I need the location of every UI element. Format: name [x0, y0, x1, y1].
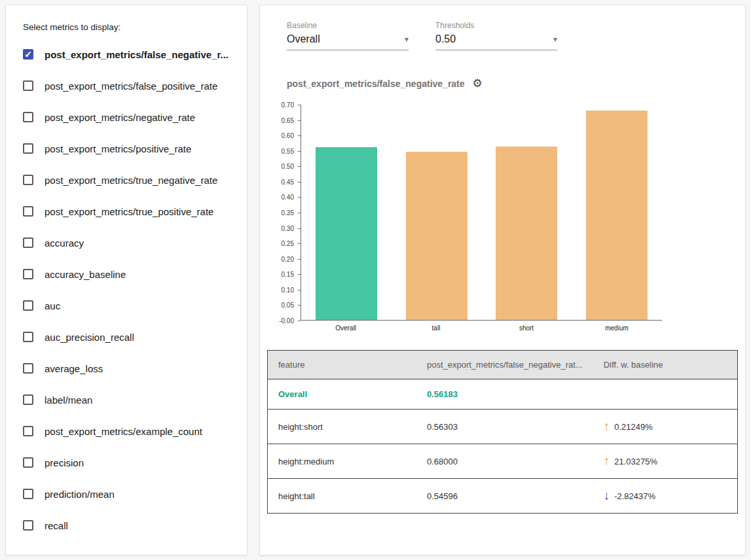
thresholds-select-value: 0.50	[435, 33, 456, 45]
bar-chart: 0.700.650.600.550.500.450.400.350.300.25…	[270, 105, 738, 321]
metric-label: accuracy_baseline	[45, 269, 126, 280]
diff-value: 0.21249%	[614, 422, 653, 432]
diff-value: 21.03275%	[614, 457, 657, 466]
metric-label: post_export_metrics/true_positive_rate	[45, 206, 213, 217]
main-panel: Baseline Overall ▾ Thresholds 0.50 ▾ pos…	[259, 5, 746, 555]
y-tick-mark	[298, 182, 301, 183]
diff-cell: ↑0.21249%	[593, 410, 738, 444]
checkbox-unchecked-icon[interactable]	[23, 143, 33, 154]
checkbox-unchecked-icon[interactable]	[23, 363, 33, 374]
metric-checkbox-row[interactable]: post_export_metrics/true_negative_rate	[22, 164, 231, 196]
gear-icon[interactable]: ⚙	[473, 77, 483, 90]
table-row[interactable]: height:short0.56303↑0.21249%	[268, 410, 738, 444]
metric-checkbox-row[interactable]: post_export_metrics/positive_rate	[22, 133, 231, 164]
metric-label: precision	[45, 457, 84, 468]
checkbox-checked-icon[interactable]: ✓	[23, 49, 33, 60]
metric-checkbox-row[interactable]: accuracy	[22, 227, 231, 258]
bar-medium[interactable]	[586, 111, 648, 320]
y-tick-label: 0.20	[282, 255, 294, 262]
metric-label: label/mean	[45, 394, 92, 406]
metric-checkbox-row[interactable]: recall	[22, 510, 231, 541]
y-tick-mark	[298, 151, 301, 152]
metric-label: recall	[45, 520, 68, 531]
y-tick-mark	[298, 321, 301, 321]
checkbox-unchecked-icon[interactable]	[23, 332, 33, 342]
metric-checkbox-row[interactable]: average_loss	[22, 353, 231, 384]
diff-value: -2.82437%	[614, 491, 655, 501]
y-tick-label: 0.55	[282, 147, 294, 154]
y-tick-label: 0.15	[282, 271, 294, 278]
thresholds-select-value-row: 0.50 ▾	[435, 33, 557, 50]
up-arrow-icon: ↑	[604, 419, 610, 433]
metric-value-cell: 0.68000	[416, 444, 593, 479]
y-tick-mark	[298, 105, 301, 105]
metric-checkbox-row[interactable]: ✓post_export_metrics/false_negative_r...	[22, 39, 231, 70]
metric-checkbox-row[interactable]: post_export_metrics/false_positive_rate	[22, 70, 231, 101]
diff-cell	[593, 379, 738, 410]
metric-label: prediction/mean	[45, 489, 115, 500]
y-tick-label: 0.30	[282, 224, 294, 232]
metric-checkbox-row[interactable]: auc	[22, 290, 231, 321]
metric-checkbox-row[interactable]: post_export_metrics/true_positive_rate	[22, 196, 231, 227]
bar-band	[482, 105, 572, 320]
table-row[interactable]: Overall0.56183	[268, 379, 738, 410]
y-tick-label: 0.45	[282, 178, 294, 185]
y-tick-label: 0.10	[282, 286, 294, 293]
checkbox-unchecked-icon[interactable]	[23, 300, 33, 311]
metric-checkbox-row[interactable]: auc_precision_recall	[22, 321, 231, 353]
table-row[interactable]: height:tall0.54596↓-2.82437%	[268, 479, 738, 514]
y-tick-label: 0.70	[282, 101, 294, 109]
checkbox-unchecked-icon[interactable]	[23, 237, 33, 248]
checkbox-unchecked-icon[interactable]	[23, 175, 33, 185]
bar-short[interactable]	[496, 147, 557, 320]
x-tick-label: short	[481, 324, 572, 332]
metric-checkbox-row[interactable]: prediction/mean	[22, 478, 231, 510]
y-tick-label: 0.50	[282, 163, 294, 170]
sidebar-title: Select metrics to display:	[23, 22, 231, 32]
metric-label: accuracy	[45, 237, 84, 249]
metric-checkbox-row[interactable]: post_export_metrics/example_count	[22, 415, 231, 447]
down-arrow-icon: ↓	[604, 489, 610, 502]
bar-tall[interactable]	[406, 152, 467, 320]
bar-band	[301, 105, 392, 320]
feature-cell: height:short	[268, 410, 416, 444]
thresholds-select[interactable]: Thresholds 0.50 ▾	[435, 21, 557, 50]
checkbox-unchecked-icon[interactable]	[23, 520, 33, 531]
chevron-down-icon: ▾	[405, 35, 409, 44]
metric-label: auc_precision_recall	[45, 332, 134, 343]
y-tick-label: 0.60	[282, 132, 294, 139]
metric-checkbox-row[interactable]: accuracy_baseline	[22, 258, 231, 290]
checkbox-unchecked-icon[interactable]	[23, 489, 33, 499]
checkbox-unchecked-icon[interactable]	[23, 457, 33, 468]
metric-value-cell: 0.56183	[416, 379, 593, 410]
checkbox-unchecked-icon[interactable]	[23, 394, 33, 405]
checkbox-unchecked-icon[interactable]	[23, 112, 33, 122]
x-tick-label: medium	[572, 324, 662, 332]
checkbox-unchecked-icon[interactable]	[23, 206, 33, 217]
chart-title: post_export_metrics/false_negative_rate	[287, 79, 465, 89]
bar-Overall[interactable]	[316, 147, 377, 320]
metric-label: post_export_metrics/example_count	[45, 426, 202, 437]
y-tick-mark	[298, 305, 301, 306]
checkbox-unchecked-icon[interactable]	[23, 269, 33, 279]
y-tick-label: 0.40	[282, 194, 294, 201]
diff-cell: ↑21.03275%	[593, 444, 738, 479]
baseline-select[interactable]: Baseline Overall ▾	[287, 21, 409, 50]
y-tick-label: -0.00	[279, 317, 294, 324]
header-diff-baseline: Diff. w. baseline	[593, 351, 738, 379]
header-metric-value: post_export_metrics/false_negative_rat..…	[416, 351, 593, 379]
thresholds-select-label: Thresholds	[435, 21, 557, 30]
feature-cell: height:tall	[268, 479, 416, 514]
baseline-select-value: Overall	[287, 33, 320, 45]
metric-checkbox-row[interactable]: label/mean	[22, 384, 231, 415]
checkbox-unchecked-icon[interactable]	[23, 426, 33, 436]
metric-checkbox-row[interactable]: post_export_metrics/negative_rate	[22, 101, 231, 133]
page: Select metrics to display: ✓post_export_…	[0, 0, 751, 560]
metric-checkbox-row[interactable]: precision	[22, 447, 231, 478]
table-row[interactable]: height:medium0.68000↑21.03275%	[268, 444, 738, 479]
metric-label: average_loss	[45, 363, 103, 374]
checkbox-unchecked-icon[interactable]	[23, 80, 33, 91]
chart-plot-area	[301, 105, 662, 321]
y-tick-mark	[298, 259, 301, 260]
y-tick-mark	[298, 228, 301, 229]
